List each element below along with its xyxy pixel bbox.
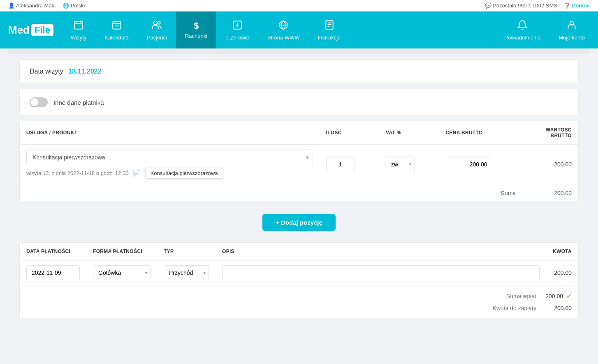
nav-item-instrukcje[interactable]: Instrukcje — [309, 12, 350, 48]
nav-item-ezdrowie[interactable]: e-Zdrowie — [216, 12, 258, 48]
visit-ref: wizyta 13. z dnia 2022-11-18 o godz. 12:… — [26, 168, 313, 179]
powiadomienia-label: Powiadomienia — [504, 35, 540, 41]
suma-empty — [20, 184, 439, 203]
payment-row: Gotówka Karta Przelew ▾ Przychód Koszt — [20, 260, 578, 286]
value-cell: 200.00 — [522, 145, 578, 184]
sms-icon: 💬 — [485, 2, 491, 9]
payment-method-select[interactable]: Gotówka Karta Przelew — [93, 265, 151, 280]
strona-www-label: Strona WWW — [267, 35, 300, 41]
suma-wplat-value: 200.00 ✓ — [543, 292, 572, 300]
invoice-table-card: USŁUGA / PRODUKT ILOŚĆ VAT % CENA BRUTTO… — [19, 121, 579, 203]
invoice-table: USŁUGA / PRODUKT ILOŚĆ VAT % CENA BRUTTO… — [20, 121, 578, 202]
nav-item-strona-www[interactable]: Strona WWW — [258, 12, 309, 48]
logo-med: Med — [8, 24, 30, 37]
service-cell: Konsultacja pierwszorazowa ▾ wizyta 13. … — [20, 145, 320, 184]
svg-rect-4 — [113, 21, 121, 29]
rachunki-icon: $ — [194, 21, 199, 30]
user-profile[interactable]: 👤 Aleksandra Mak — [8, 2, 54, 9]
payment-table: DATA PŁATNOŚCI FORMA PŁATNOŚCI TYP OPIS … — [20, 243, 578, 286]
th-description: OPIS — [216, 243, 546, 260]
pay-method-wrapper: Gotówka Karta Przelew ▾ — [93, 265, 151, 280]
th-service: USŁUGA / PRODUKT — [20, 121, 320, 145]
sms-info: 💬 Pozostało 990 z 1002 SMS — [485, 2, 557, 9]
ezdrowie-label: e-Zdrowie — [225, 35, 249, 41]
kwota-do-zaplaty-label: Kwota do zapłaty — [492, 305, 536, 311]
payment-type-select[interactable]: Przychód Koszt — [164, 265, 209, 280]
username: Aleksandra Mak — [16, 2, 54, 9]
payer-toggle-label: Inne dane płatnika — [53, 99, 104, 106]
wizyty-icon — [73, 20, 84, 32]
pay-type-wrapper: Przychód Koszt ▾ — [164, 265, 209, 280]
nav-item-powiadomienia[interactable]: Powiadomienia — [495, 12, 549, 48]
quantity-cell — [320, 145, 380, 184]
nav-item-kalendarz[interactable]: Kalendarz — [95, 12, 138, 48]
top-bar-left: 👤 Aleksandra Mak 🌐 Polski — [8, 2, 85, 9]
kalendarz-icon — [111, 20, 122, 32]
nav-item-pacjenci[interactable]: Pacjenci — [138, 12, 176, 48]
payment-amount-value: 200.00 — [554, 270, 572, 276]
vat-select[interactable]: zw 23 8 — [386, 157, 415, 172]
suma-label: Suma — [439, 184, 523, 203]
payment-method-cell: Gotówka Karta Przelew ▾ — [86, 260, 157, 286]
th-method: FORMA PŁATNOŚCI — [86, 243, 157, 260]
svg-rect-0 — [74, 21, 83, 29]
nav-item-wizyty[interactable]: Wizyty — [62, 12, 95, 48]
payment-header-row: DATA PŁATNOŚCI FORMA PŁATNOŚCI TYP OPIS … — [20, 243, 578, 260]
quantity-input[interactable] — [326, 157, 355, 172]
svg-rect-17 — [326, 21, 333, 30]
visit-date-label: Data wizyty 18.11.2022 — [30, 68, 101, 75]
pacjenci-icon — [151, 20, 162, 32]
payment-date-input[interactable] — [26, 265, 80, 280]
add-position-button[interactable]: + Dodaj pozycję — [262, 214, 336, 231]
service-tooltip: Konsultacja pierwszorazowa — [145, 168, 223, 179]
th-amount: KWOTA — [546, 243, 578, 260]
price-cell — [439, 145, 523, 184]
service-select-wrapper: Konsultacja pierwszorazowa ▾ — [26, 150, 313, 165]
svg-point-9 — [154, 21, 158, 25]
add-btn-row: + Dodaj pozycję — [11, 207, 587, 237]
strona-www-icon — [278, 20, 289, 32]
nav-item-rachunki[interactable]: $ Rachunki — [176, 12, 216, 48]
vat-select-wrapper: zw 23 8 ▾ — [386, 157, 415, 172]
language-label: Polski — [71, 2, 85, 9]
nav-item-moje-konto[interactable]: Moje konto — [549, 12, 594, 48]
svg-point-10 — [158, 21, 161, 24]
scroll-indicator — [8, 48, 590, 54]
user-icon: 👤 — [8, 2, 15, 9]
suma-value: 200.00 — [522, 184, 578, 203]
moje-konto-label: Moje konto — [559, 35, 585, 41]
logo[interactable]: Med File — [4, 12, 62, 48]
th-type: TYP — [157, 243, 216, 260]
kwota-do-zaplaty-value: 200.00 — [543, 305, 572, 311]
toggle-row: Inne dane płatnika — [30, 97, 568, 107]
vat-cell: zw 23 8 ▾ — [379, 145, 439, 184]
globe-icon: 🌐 — [63, 2, 69, 9]
main-content: Data wizyty 18.11.2022 Inne dane płatnik… — [11, 59, 587, 318]
summary-rows: Suma wpłat 200.00 ✓ Kwota do zapłaty 200… — [20, 286, 578, 318]
visit-ref-text: wizyta 13. z dnia 2022-11-18 o godz. 12:… — [26, 170, 129, 176]
help-label: Pomoc — [572, 2, 590, 9]
doc-icon[interactable]: 📄 — [132, 169, 140, 177]
suma-wplat-amount: 200.00 — [545, 293, 563, 299]
help-icon: ❓ — [564, 2, 570, 9]
top-bar: 👤 Aleksandra Mak 🌐 Polski 💬 Pozostało 99… — [0, 0, 598, 12]
service-select[interactable]: Konsultacja pierwszorazowa — [26, 150, 313, 165]
powiadomienia-icon — [517, 20, 528, 32]
payer-card: Inne dane płatnika — [19, 89, 579, 116]
wizyty-label: Wizyty — [71, 35, 86, 41]
navbar: Med File Wizyty Kalendarz Pacjenci $ Rac… — [0, 12, 598, 48]
payment-description-input[interactable] — [222, 265, 540, 280]
visit-date-text: Data wizyty — [30, 68, 63, 75]
th-price: CENA BRUTTO — [439, 121, 523, 145]
rachunki-label: Rachunki — [185, 33, 207, 39]
pacjenci-label: Pacjenci — [147, 35, 167, 41]
price-input[interactable] — [446, 157, 491, 172]
payer-toggle[interactable] — [30, 97, 48, 107]
payment-table-card: DATA PŁATNOŚCI FORMA PŁATNOŚCI TYP OPIS … — [19, 242, 579, 318]
help-link[interactable]: ❓ Pomoc — [564, 2, 590, 9]
visit-date-value: 18.11.2022 — [68, 68, 101, 75]
th-vat: VAT % — [379, 121, 439, 145]
nav-items: Wizyty Kalendarz Pacjenci $ Rachunki e-Z… — [62, 12, 594, 48]
language-selector[interactable]: 🌐 Polski — [63, 2, 85, 9]
suma-row: Suma 200.00 — [20, 184, 578, 203]
